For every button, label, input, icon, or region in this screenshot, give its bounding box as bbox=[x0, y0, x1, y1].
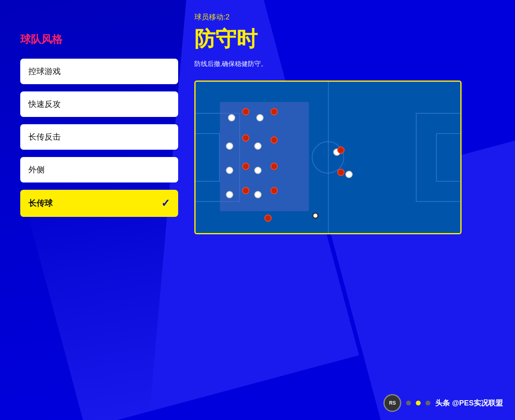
field-visualization bbox=[194, 81, 462, 234]
player-red-2 bbox=[270, 108, 278, 115]
menu-item-control-label: 控球游戏 bbox=[28, 66, 61, 77]
player-white-3 bbox=[226, 142, 233, 150]
dot-2 bbox=[416, 401, 421, 405]
defense-title: 防守时 bbox=[194, 25, 503, 53]
player-white-5 bbox=[226, 167, 233, 174]
player-red-10 bbox=[337, 146, 345, 154]
penalty-area-right bbox=[416, 113, 460, 202]
menu-item-longpass[interactable]: 长传球 ✓ bbox=[20, 190, 178, 217]
menu-item-longpass-label: 长传球 bbox=[28, 198, 53, 209]
player-white-4 bbox=[254, 142, 262, 150]
menu-item-counter-label: 快速反攻 bbox=[28, 99, 61, 110]
player-red-11 bbox=[337, 169, 345, 176]
menu-item-wide[interactable]: 外侧 bbox=[20, 157, 178, 182]
rs-button[interactable]: RS bbox=[383, 394, 401, 412]
dot-3 bbox=[426, 401, 430, 405]
player-white-1 bbox=[228, 114, 235, 121]
section-title: 球队风格 bbox=[20, 32, 178, 47]
player-red-7 bbox=[242, 187, 249, 194]
player-white-7 bbox=[226, 191, 233, 198]
player-red-5 bbox=[242, 163, 249, 170]
player-red-3 bbox=[242, 134, 249, 142]
menu-item-longball[interactable]: 长传反击 bbox=[20, 124, 178, 150]
player-move-label: 球员移动:2 bbox=[194, 12, 503, 22]
menu-item-wide-label: 外侧 bbox=[28, 164, 45, 175]
player-red-8 bbox=[270, 187, 278, 194]
player-white-10 bbox=[345, 171, 353, 178]
bottom-bar: RS 头条 @PES实况联盟 bbox=[383, 394, 503, 412]
player-white-6 bbox=[254, 167, 262, 174]
menu-item-counter[interactable]: 快速反攻 bbox=[20, 91, 178, 117]
player-red-9 bbox=[264, 214, 272, 222]
checkmark-icon: ✓ bbox=[161, 197, 170, 210]
player-white-8 bbox=[254, 191, 262, 198]
watermark: 头条 @PES实况联盟 bbox=[435, 398, 503, 408]
menu-item-control[interactable]: 控球游戏 bbox=[20, 59, 178, 84]
player-red-6 bbox=[270, 163, 278, 170]
dot-1 bbox=[406, 401, 411, 405]
player-white-2 bbox=[256, 114, 264, 121]
player-red-1 bbox=[242, 108, 249, 115]
menu-item-longball-label: 长传反击 bbox=[28, 132, 61, 142]
ball bbox=[312, 212, 319, 219]
defense-description: 防线后撤,确保稳健防守。 bbox=[194, 60, 503, 68]
player-red-4 bbox=[270, 136, 278, 144]
